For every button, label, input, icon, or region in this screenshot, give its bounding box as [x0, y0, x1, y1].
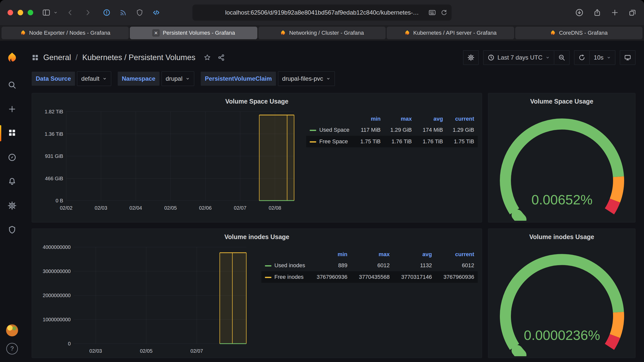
series-name[interactable]: Used inodes: [261, 260, 309, 271]
dashboard-settings-button[interactable]: [463, 50, 479, 65]
legend-header-current[interactable]: current: [435, 249, 478, 260]
legend-value: 1.75 TiB: [353, 136, 384, 147]
legend-header-max[interactable]: max: [351, 249, 393, 260]
series-name[interactable]: Used Space: [306, 124, 353, 136]
browser-tab-networking-cluster[interactable]: Networking / Cluster - Grafana: [258, 27, 386, 39]
breadcrumb-root[interactable]: General: [43, 53, 71, 62]
gauge-chart[interactable]: 0.00652%: [492, 108, 631, 221]
svg-text:02/07: 02/07: [234, 205, 247, 211]
sidebar-item-alerting[interactable]: [0, 169, 24, 194]
sidebar-item-configuration[interactable]: [0, 194, 24, 218]
namespace-dropdown[interactable]: drupal: [162, 71, 194, 86]
legend-header-avg[interactable]: avg: [393, 249, 435, 260]
address-bar-extension-icon[interactable]: [428, 9, 436, 16]
extension-info-icon[interactable]: [103, 9, 111, 17]
legend-value: 1.76 TiB: [384, 136, 415, 147]
variable-datasource: Data Source default: [32, 71, 111, 86]
legend-header-current[interactable]: current: [447, 114, 478, 124]
legend-header-min[interactable]: min: [353, 114, 384, 124]
panel-title[interactable]: Volume inodes Usage: [492, 231, 631, 243]
legend-header-row: min max avg current: [306, 114, 478, 124]
legend-value: 6012: [435, 260, 478, 271]
dashboard-variables: Data Source default Namespace drupal Per…: [32, 71, 635, 86]
rss-extension-icon[interactable]: [119, 9, 127, 17]
chevron-down-icon[interactable]: [53, 10, 58, 15]
back-button[interactable]: [66, 9, 74, 16]
browser-tab-coredns[interactable]: CoreDNS - Grafana: [515, 27, 642, 39]
grafana-logo-icon[interactable]: [6, 43, 18, 73]
sidebar-item-create[interactable]: [0, 97, 24, 121]
legend-value: 3767960936: [435, 271, 478, 283]
close-window-button[interactable]: [8, 10, 13, 15]
page-title[interactable]: Kubernetes / Persistent Volumes: [82, 53, 195, 62]
tab-overview-icon[interactable]: [628, 9, 636, 17]
refresh-interval-dropdown[interactable]: 10s: [590, 50, 615, 65]
svg-text:0 B: 0 B: [56, 198, 63, 203]
refresh-button[interactable]: [574, 50, 590, 65]
help-icon[interactable]: ?: [6, 343, 18, 354]
svg-text:02/07: 02/07: [190, 348, 203, 354]
legend-value: 3770317146: [393, 271, 435, 283]
share-dashboard-icon[interactable]: [218, 54, 225, 61]
user-avatar[interactable]: [6, 324, 18, 336]
share-icon[interactable]: [593, 9, 601, 17]
legend-row: Free Space 1.75 TiB 1.76 TiB 1.76 TiB 1.…: [306, 136, 478, 147]
pvc-dropdown[interactable]: drupal-files-pvc: [278, 71, 335, 86]
legend-value: 1.29 GiB: [384, 124, 415, 136]
sidebar-item-dashboards[interactable]: [0, 121, 24, 145]
forward-button[interactable]: [84, 9, 92, 16]
panel-title[interactable]: Volume Space Usage: [492, 96, 631, 108]
legend-value: 889: [309, 260, 351, 271]
downloads-icon[interactable]: [575, 8, 584, 17]
panel-title[interactable]: Volume inodes Usage: [36, 231, 478, 243]
variable-label: Data Source: [32, 72, 75, 86]
legend-header-max[interactable]: max: [384, 114, 415, 124]
minimize-window-button[interactable]: [18, 10, 23, 15]
panel-grid: Volume Space Usage 1.82 TiB1.36 TiB931 G…: [32, 93, 635, 358]
sidebar-item-search[interactable]: [0, 73, 24, 97]
variable-namespace: Namespace drupal: [118, 71, 194, 86]
sidebar-item-explore[interactable]: [0, 145, 24, 169]
time-range-picker[interactable]: Last 7 days UTC: [483, 50, 554, 65]
time-series-chart[interactable]: 4000000000300000000020000000001000000000…: [36, 243, 250, 356]
series-swatch: [265, 277, 271, 278]
zoom-window-button[interactable]: [28, 10, 33, 15]
dashboards-grid-icon: [8, 129, 16, 138]
shield-extension-icon[interactable]: [136, 9, 143, 16]
gauge-chart[interactable]: 0.0000236%: [492, 243, 631, 356]
zoom-out-time-button[interactable]: [554, 50, 570, 65]
star-icon[interactable]: [204, 54, 211, 61]
svg-text:0.0000236%: 0.0000236%: [524, 328, 600, 343]
legend-header-row: min max avg current: [261, 249, 478, 260]
series-swatch: [310, 130, 316, 131]
dashboard-controls: Last 7 days UTC 10s: [463, 50, 635, 65]
reload-icon[interactable]: [440, 9, 448, 16]
series-name[interactable]: Free inodes: [261, 271, 309, 283]
close-tab-icon[interactable]: ✕: [152, 29, 160, 37]
apps-grid-icon[interactable]: [32, 54, 39, 61]
legend-header-min[interactable]: min: [309, 249, 351, 260]
sidebar-toggle-icon[interactable]: [42, 9, 50, 17]
time-range-label: Last 7 days UTC: [498, 54, 543, 61]
series-name[interactable]: Free Space: [306, 136, 353, 147]
legend-value: 3767960936: [309, 271, 351, 283]
browser-window: localhost:62506/d/919b92a8e8041bd567af9e…: [0, 0, 644, 362]
address-bar-url: localhost:62506/d/919b92a8e8041bd567af9e…: [225, 9, 419, 16]
panel-title[interactable]: Volume Space Usage: [36, 96, 478, 108]
browser-tab-node-exporter[interactable]: Node Exporter / Nodes - Grafana: [2, 27, 129, 39]
legend-header-avg[interactable]: avg: [415, 114, 447, 124]
new-tab-icon[interactable]: [611, 9, 619, 17]
browser-tab-api-server[interactable]: Kubernetes / API server - Grafana: [387, 27, 514, 39]
address-bar[interactable]: localhost:62506/d/919b92a8e8041bd567af9e…: [192, 5, 452, 21]
datasource-dropdown[interactable]: default: [77, 71, 111, 86]
legend-value: 6012: [351, 260, 393, 271]
time-series-chart[interactable]: 1.82 TiB1.36 TiB931 GiB466 GiB0 B02/0202…: [36, 108, 298, 213]
svg-text:02/05: 02/05: [164, 205, 177, 211]
sidebar-item-server-admin[interactable]: [0, 218, 24, 242]
code-extension-icon[interactable]: [152, 8, 160, 17]
grafana-favicon-icon: [20, 30, 26, 36]
panel-volume-inodes-usage-graph: Volume inodes Usage 40000000003000000000…: [32, 229, 482, 358]
kiosk-mode-button[interactable]: [620, 50, 635, 65]
chevron-down-icon: [545, 55, 550, 60]
browser-tab-persistent-volumes[interactable]: ✕ Persistent Volumes - Grafana: [130, 27, 257, 39]
